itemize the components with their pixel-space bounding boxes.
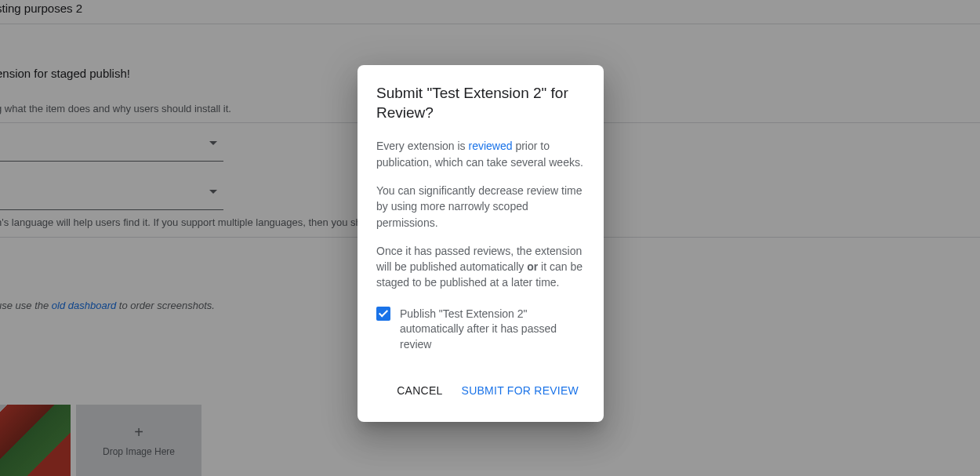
submit-for-review-button[interactable]: SUBMIT FOR REVIEW [456, 378, 585, 403]
auto-publish-option[interactable]: Publish "Test Extension 2" automatically… [376, 307, 585, 353]
cancel-button[interactable]: CANCEL [390, 378, 448, 403]
dialog-title: Submit "Test Extension 2" for Review? [376, 84, 585, 122]
dialog-paragraph-3: Once it has passed reviews, the extensio… [376, 243, 585, 291]
reviewed-link[interactable]: reviewed [469, 140, 513, 152]
dialog-paragraph-1: Every extension is reviewed prior to pub… [376, 138, 585, 170]
text-fragment: Every extension is [376, 140, 469, 152]
text-emphasis: or [527, 260, 538, 273]
dialog-body: Every extension is reviewed prior to pub… [376, 138, 585, 352]
auto-publish-checkbox[interactable] [376, 307, 390, 321]
auto-publish-label: Publish "Test Extension 2" automatically… [400, 307, 585, 353]
dialog-paragraph-2: You can significantly decrease review ti… [376, 183, 585, 231]
dialog-actions: CANCEL SUBMIT FOR REVIEW [376, 378, 585, 403]
submit-review-dialog: Submit "Test Extension 2" for Review? Ev… [358, 65, 604, 422]
